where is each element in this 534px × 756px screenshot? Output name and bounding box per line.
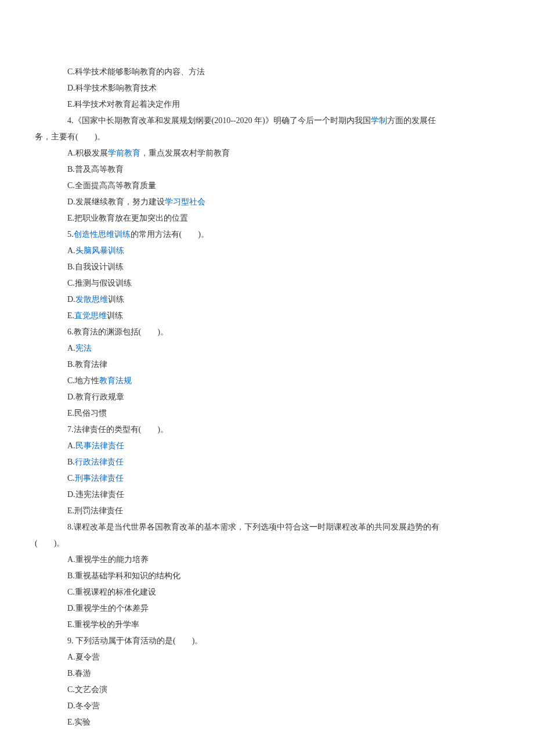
hyperlink[interactable]: 教育法规	[99, 376, 132, 385]
text-span: D.发展继续教育，努力建设	[67, 197, 165, 206]
text-line: E.重视学校的升学率	[35, 617, 499, 633]
text-line: 9. 下列活动属于体育活动的是( )。	[35, 633, 499, 649]
text-line: 5.创造性思维训练的常用方法有( )。	[35, 226, 499, 243]
text-span: A.夏令营	[67, 653, 100, 661]
text-span: D.	[67, 295, 75, 304]
text-line: A.头脑风暴训练	[35, 243, 499, 259]
hyperlink[interactable]: 学前教育	[108, 149, 140, 157]
hyperlink[interactable]: 行政法律责任	[75, 458, 124, 466]
text-span: B.教育法律	[67, 360, 107, 369]
text-span: 7.法律责任的类型有( )。	[67, 425, 168, 434]
text-span: E.实验	[67, 718, 91, 726]
text-line: B.普及高等教育	[35, 161, 499, 178]
text-line: B.重视基础学科和知识的结构化	[35, 568, 499, 584]
text-span: E.科学技术对教育起着决定作用	[67, 100, 180, 109]
text-span: B.普及高等教育	[67, 165, 124, 174]
text-line: E.实验	[35, 714, 499, 730]
text-line: A.积极发展学前教育，重点发展农村学前教育	[35, 145, 499, 161]
text-line: A.夏令营	[35, 649, 499, 665]
text-line: D.发展继续教育，努力建设学习型社会	[35, 194, 499, 210]
text-span: A.	[67, 344, 75, 352]
document-page: C.科学技术能够影响教育的内容、方法D.科学技术影响教育技术E.科学技术对教育起…	[0, 0, 534, 756]
text-span: D.违宪法律责任	[67, 490, 124, 499]
text-span: D.科学技术影响教育技术	[67, 84, 157, 92]
text-span: C.全面提高高等教育质量	[67, 181, 156, 190]
text-span: 8.课程改革是当代世界各国教育改革的基本需求，下列选项中符合这一时期课程改革的共…	[67, 523, 439, 531]
hyperlink[interactable]: 发散思维	[75, 295, 108, 304]
text-span: A.重视学生的能力培养	[67, 555, 149, 564]
text-line: 4.《国家中长期教育改革和发展规划纲要(2010--2020 年)》明确了今后一…	[35, 113, 499, 129]
text-line: A.宪法	[35, 340, 499, 357]
text-span: ( )。	[35, 539, 64, 548]
text-span: ，重点发展农村学前教育	[140, 149, 230, 157]
text-line: B.行政法律责任	[35, 454, 499, 470]
text-span: 务，主要有( )。	[35, 132, 105, 141]
text-line: E.民俗习惯	[35, 405, 499, 422]
text-span: 9. 下列活动属于体育活动的是( )。	[67, 636, 203, 645]
text-span: C.推测与假设训练	[67, 279, 132, 287]
text-line: E.刑罚法律责任	[35, 503, 499, 519]
text-line: B.自我设计训练	[35, 259, 499, 275]
text-span: E.	[67, 311, 74, 320]
text-span: A.	[67, 246, 75, 255]
text-span: E.把职业教育放在更加突出的位置	[67, 214, 188, 222]
text-line: C.科学技术能够影响教育的内容、方法	[35, 64, 499, 80]
hyperlink[interactable]: 学习型社会	[165, 197, 205, 206]
text-span: 训练	[107, 311, 123, 320]
text-span: 方面的发展任	[387, 116, 436, 125]
text-span: D.冬令营	[67, 701, 100, 710]
text-span: 4.《国家中长期教育改革和发展规划纲要(2010--2020 年)》明确了今后一…	[67, 116, 371, 125]
text-line: 7.法律责任的类型有( )。	[35, 422, 499, 438]
text-span: B.	[67, 458, 75, 466]
hyperlink[interactable]: 民事法律责任	[75, 441, 124, 450]
text-line: D.违宪法律责任	[35, 487, 499, 503]
text-line: D.重视学生的个体差异	[35, 600, 499, 617]
text-span: D.教育行政规章	[67, 393, 124, 401]
text-line: D.冬令营	[35, 698, 499, 714]
hyperlink[interactable]: 创造性思维训练	[74, 230, 131, 239]
text-line: 6.教育法的渊源包括( )。	[35, 324, 499, 340]
text-line: C.地方性教育法规	[35, 373, 499, 389]
text-line: A.重视学生的能力培养	[35, 552, 499, 568]
text-span: B.春游	[67, 669, 91, 678]
text-line: 8.课程改革是当代世界各国教育改革的基本需求，下列选项中符合这一时期课程改革的共…	[35, 519, 499, 535]
text-span: E.重视学校的升学率	[67, 620, 139, 629]
text-line: E.直觉思维训练	[35, 308, 499, 324]
text-span: C.文艺会演	[67, 685, 107, 694]
text-span: E.民俗习惯	[67, 409, 107, 417]
text-line: B.教育法律	[35, 357, 499, 373]
text-span: 的常用方法有( )。	[131, 230, 209, 239]
text-line: C.全面提高高等教育质量	[35, 178, 499, 194]
hyperlink[interactable]: 直觉思维	[74, 311, 107, 320]
text-span: C.	[67, 474, 75, 483]
text-line: D.发散思维训练	[35, 291, 499, 308]
text-line: E.科学技术对教育起着决定作用	[35, 96, 499, 113]
text-span: A.积极发展	[67, 149, 108, 157]
text-line: D.教育行政规章	[35, 389, 499, 405]
text-span: D.重视学生的个体差异	[67, 604, 149, 613]
text-line: C.推测与假设训练	[35, 275, 499, 291]
text-span: C.科学技术能够影响教育的内容、方法	[67, 67, 205, 76]
hyperlink[interactable]: 头脑风暴训练	[75, 246, 124, 255]
text-span: E.刑罚法律责任	[67, 506, 123, 515]
text-line: 务，主要有( )。	[35, 129, 499, 145]
hyperlink[interactable]: 学制	[371, 116, 387, 125]
text-span: B.重视基础学科和知识的结构化	[67, 571, 181, 580]
text-span: A.	[67, 441, 75, 450]
text-span: C.重视课程的标准化建设	[67, 588, 156, 596]
text-span: C.地方性	[67, 376, 99, 385]
text-line: E.把职业教育放在更加突出的位置	[35, 210, 499, 226]
text-line: D.科学技术影响教育技术	[35, 80, 499, 96]
text-line: B.春游	[35, 665, 499, 682]
hyperlink[interactable]: 刑事法律责任	[75, 474, 124, 483]
text-span: B.自我设计训练	[67, 262, 124, 271]
text-span: 6.教育法的渊源包括( )。	[67, 327, 168, 336]
text-line: C.文艺会演	[35, 682, 499, 698]
hyperlink[interactable]: 宪法	[75, 344, 92, 352]
text-line: C.重视课程的标准化建设	[35, 584, 499, 600]
text-line: A.民事法律责任	[35, 438, 499, 454]
text-line: C.刑事法律责任	[35, 470, 499, 487]
text-span: 5.	[67, 230, 74, 239]
text-span: 训练	[108, 295, 124, 304]
text-line: ( )。	[35, 535, 499, 552]
